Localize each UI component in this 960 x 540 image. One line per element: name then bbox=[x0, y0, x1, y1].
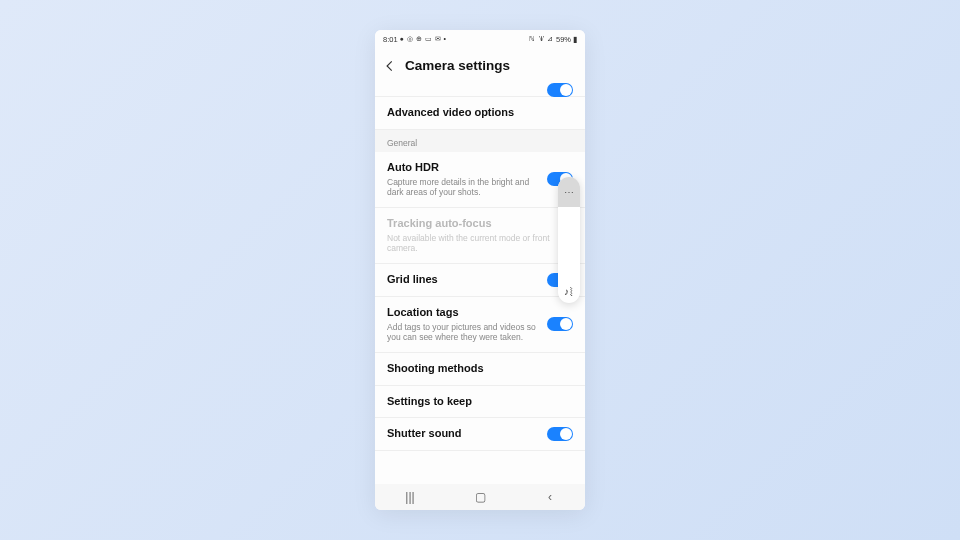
music-sound-icon[interactable]: ♪⦚ bbox=[558, 279, 580, 303]
row-title: Settings to keep bbox=[387, 395, 573, 409]
back-button[interactable] bbox=[383, 59, 397, 73]
nav-recents[interactable]: ||| bbox=[390, 490, 430, 504]
row-title: Auto HDR bbox=[387, 161, 539, 175]
page-title: Camera settings bbox=[405, 58, 510, 73]
row-settings-to-keep[interactable]: Settings to keep bbox=[375, 386, 585, 419]
more-dots-icon[interactable]: ⋯ bbox=[564, 187, 575, 198]
cutoff-row: . bbox=[375, 83, 585, 97]
row-title: Advanced video options bbox=[387, 106, 573, 120]
row-location-tags[interactable]: Location tags Add tags to your pictures … bbox=[375, 297, 585, 353]
volume-level-indicator[interactable]: ⋯ bbox=[558, 177, 580, 207]
cutoff-toggle[interactable] bbox=[547, 83, 573, 97]
row-title: Grid lines bbox=[387, 273, 539, 287]
app-bar: Camera settings bbox=[375, 48, 585, 83]
row-grid-lines[interactable]: Grid lines bbox=[375, 264, 585, 297]
row-title: Shutter sound bbox=[387, 427, 539, 441]
toggle-shutter-sound[interactable] bbox=[547, 427, 573, 441]
battery-icon: ▮ bbox=[573, 35, 577, 44]
row-title: Location tags bbox=[387, 306, 539, 320]
row-title: Tracking auto-focus bbox=[387, 217, 573, 231]
section-header-general: General bbox=[375, 130, 585, 152]
row-auto-hdr[interactable]: Auto HDR Capture more details in the bri… bbox=[375, 152, 585, 208]
settings-list[interactable]: Advanced video options General Auto HDR … bbox=[375, 97, 585, 484]
status-right-icons: ℕ ⩛ ⊿ bbox=[529, 35, 554, 43]
phone-frame: 8:01 ● ◎ ⊕ ▭ ✉ • ℕ ⩛ ⊿ 59% ▮ Camera sett… bbox=[375, 30, 585, 510]
toggle-location-tags[interactable] bbox=[547, 317, 573, 331]
status-time: 8:01 bbox=[383, 35, 398, 44]
row-tracking-autofocus: Tracking auto-focus Not available with t… bbox=[375, 208, 585, 264]
nav-home[interactable]: ▢ bbox=[460, 490, 500, 504]
status-battery: 59% bbox=[556, 35, 571, 44]
row-advanced-video-options[interactable]: Advanced video options bbox=[375, 97, 585, 130]
row-title: Shooting methods bbox=[387, 362, 573, 376]
volume-panel[interactable]: ⋯ ♪⦚ bbox=[558, 177, 580, 303]
nav-bar: ||| ▢ ‹ bbox=[375, 484, 585, 510]
status-bar: 8:01 ● ◎ ⊕ ▭ ✉ • ℕ ⩛ ⊿ 59% ▮ bbox=[375, 30, 585, 48]
row-shutter-sound[interactable]: Shutter sound bbox=[375, 418, 585, 451]
row-subtitle: Capture more details in the bright and d… bbox=[387, 177, 539, 198]
row-shooting-methods[interactable]: Shooting methods bbox=[375, 353, 585, 386]
nav-back[interactable]: ‹ bbox=[530, 490, 570, 504]
row-subtitle: Add tags to your pictures and videos so … bbox=[387, 322, 539, 343]
chevron-left-icon bbox=[383, 59, 397, 73]
row-subtitle: Not available with the current mode or f… bbox=[387, 233, 573, 254]
status-left-icons: ● ◎ ⊕ ▭ ✉ • bbox=[400, 35, 447, 43]
